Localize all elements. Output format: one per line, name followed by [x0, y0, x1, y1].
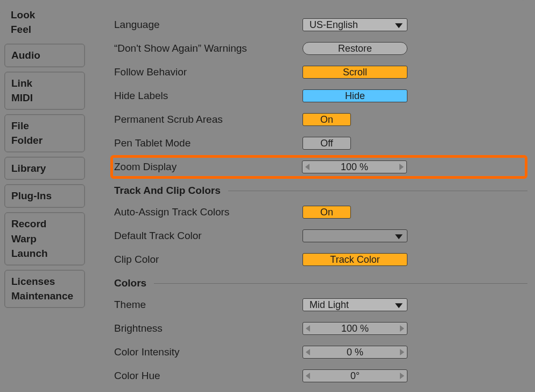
label-zoom-display: Zoom Display	[114, 161, 302, 173]
sidebar-item-label: Audio	[11, 48, 78, 63]
divider	[154, 283, 527, 284]
sidebar-tab-record-warp-launch[interactable]: Record Warp Launch	[4, 212, 85, 265]
theme-dropdown[interactable]: Mid Light	[302, 298, 407, 311]
label-brightness: Brightness	[114, 323, 302, 334]
restore-button[interactable]: Restore	[302, 42, 407, 55]
sidebar-tab-licenses-maintenance[interactable]: Licenses Maintenance	[4, 270, 85, 308]
clip-color-toggle[interactable]: Track Color	[302, 253, 407, 266]
spinner-value: 0°	[350, 370, 360, 382]
toggle-value: Scroll	[343, 67, 367, 78]
hide-labels-toggle[interactable]: Hide	[302, 89, 407, 102]
sidebar-tab-file-folder[interactable]: File Folder	[4, 114, 85, 152]
sidebar-item-label: MIDI	[11, 90, 78, 106]
brightness-spinner[interactable]: 100 %	[302, 322, 407, 335]
toggle-value: Off	[320, 138, 333, 149]
zoom-display-highlight: Zoom Display 100 %	[110, 155, 527, 179]
sidebar-item-label: Launch	[11, 246, 78, 261]
sidebar-tab-look-feel[interactable]: Look Feel	[4, 5, 85, 39]
label-hide-labels: Hide Labels	[114, 90, 302, 102]
label-theme: Theme	[114, 299, 302, 311]
dropdown-value: Mid Light	[309, 299, 349, 311]
scrub-areas-toggle[interactable]: On	[302, 113, 351, 126]
sidebar-item-label: Warp	[11, 232, 78, 247]
sidebar-tab-audio[interactable]: Audio	[4, 44, 85, 67]
toggle-value: Hide	[345, 90, 365, 102]
sidebar-item-label: Library	[11, 161, 78, 176]
sidebar-item-label: Link	[11, 76, 78, 91]
sidebar-item-label: File	[11, 118, 78, 134]
sidebar-item-label: Look	[11, 8, 79, 23]
toggle-value: Track Color	[330, 254, 379, 265]
chevron-left-icon[interactable]	[306, 373, 310, 379]
chevron-left-icon[interactable]	[306, 325, 310, 332]
toggle-value: On	[320, 114, 333, 125]
sidebar-tab-plugins[interactable]: Plug-Ins	[4, 184, 85, 208]
preferences-sidebar: Look Feel Audio Link MIDI File Folder Li…	[0, 5, 89, 392]
chevron-right-icon[interactable]	[400, 325, 404, 332]
label-follow-behavior: Follow Behavior	[114, 66, 302, 78]
spinner-value: 100 %	[341, 323, 369, 334]
section-colors: Colors	[114, 274, 527, 293]
language-dropdown[interactable]: US-English	[302, 18, 407, 31]
label-pen-tablet: Pen Tablet Mode	[114, 137, 302, 149]
label-auto-assign: Auto-Assign Track Colors	[114, 206, 302, 218]
default-track-color-dropdown[interactable]	[302, 229, 407, 242]
sidebar-item-label: Feel	[11, 23, 79, 37]
sidebar-tab-link-midi[interactable]: Link MIDI	[4, 72, 85, 110]
label-warnings: “Don't Show Again” Warnings	[114, 43, 302, 54]
sidebar-item-label: Plug-Ins	[11, 188, 78, 204]
follow-behavior-toggle[interactable]: Scroll	[302, 66, 407, 79]
sidebar-item-label: Record	[11, 216, 78, 232]
section-title: Colors	[114, 277, 154, 289]
chevron-left-icon[interactable]	[306, 349, 310, 355]
sidebar-item-label: Licenses	[11, 274, 78, 289]
sidebar-tab-library[interactable]: Library	[4, 157, 85, 180]
chevron-right-icon[interactable]	[400, 349, 404, 355]
spinner-value: 100 %	[341, 162, 368, 173]
spinner-value: 0 %	[347, 347, 363, 358]
chevron-right-icon[interactable]	[399, 164, 404, 170]
chevron-left-icon[interactable]	[305, 164, 309, 170]
preferences-content: Language US-English “Don't Show Again” W…	[89, 5, 535, 392]
sidebar-item-label: Folder	[11, 133, 78, 148]
label-scrub-areas: Permanent Scrub Areas	[114, 114, 302, 125]
toggle-value: On	[320, 207, 333, 218]
divider	[228, 191, 527, 191]
dropdown-value: US-English	[309, 19, 358, 31]
section-track-clip-colors: Track And Clip Colors	[114, 181, 527, 200]
zoom-display-spinner[interactable]: 100 %	[302, 160, 407, 173]
section-title: Track And Clip Colors	[114, 185, 228, 197]
label-default-track-color: Default Track Color	[114, 230, 302, 242]
chevron-right-icon[interactable]	[400, 373, 404, 379]
label-color-intensity: Color Intensity	[114, 346, 302, 358]
label-color-hue: Color Hue	[114, 370, 302, 382]
color-hue-spinner[interactable]: 0°	[302, 369, 407, 382]
button-label: Restore	[338, 43, 372, 54]
label-clip-color: Clip Color	[114, 254, 302, 265]
label-language: Language	[114, 19, 302, 31]
color-intensity-spinner[interactable]: 0 %	[302, 346, 407, 359]
auto-assign-toggle[interactable]: On	[302, 206, 351, 219]
sidebar-item-label: Maintenance	[11, 289, 78, 304]
pen-tablet-toggle[interactable]: Off	[302, 137, 351, 150]
